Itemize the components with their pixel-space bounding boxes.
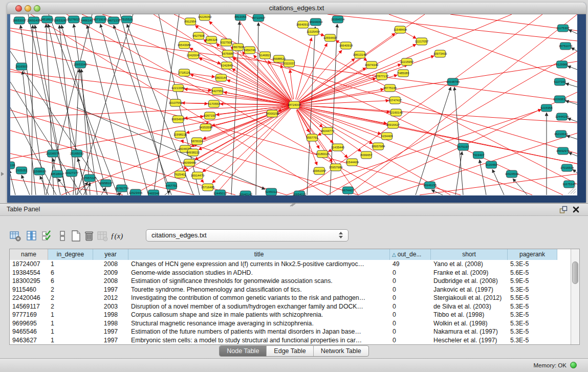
network-node[interactable]: 16782759 — [115, 185, 129, 192]
network-node[interactable]: 11325454 — [307, 28, 320, 35]
network-node[interactable]: 2616503 — [15, 63, 28, 70]
table-selector-dropdown[interactable]: citations_edges.txt — [146, 229, 349, 242]
red-edge[interactable] — [246, 14, 577, 184]
network-node[interactable]: 20691406 — [27, 17, 41, 24]
red-edge[interactable] — [299, 78, 376, 103]
column-header-title[interactable]: title — [128, 249, 390, 260]
network-node[interactable]: 8679197 — [457, 143, 469, 150]
network-node[interactable]: 10924502 — [505, 170, 519, 178]
network-node[interactable]: 19613149 — [353, 51, 367, 58]
network-window[interactable]: citations_edges.txt 18724007183002958912… — [7, 3, 586, 203]
network-node[interactable]: 14353594 — [199, 124, 213, 131]
network-node[interactable]: 16653007 — [13, 17, 27, 24]
red-edge[interactable] — [212, 109, 290, 183]
network-node[interactable]: 16099489 — [183, 159, 197, 166]
network-node[interactable]: 9245012 — [265, 188, 277, 195]
network-node[interactable]: 11544409 — [345, 159, 359, 166]
network-node[interactable]: 9267150 — [204, 112, 216, 119]
network-node[interactable]: 16640910 — [296, 21, 310, 28]
red-edge[interactable] — [294, 105, 532, 195]
network-node[interactable]: 15692971 — [556, 147, 570, 155]
network-node[interactable]: 17877137 — [375, 73, 389, 80]
black-edge[interactable] — [568, 66, 577, 70]
black-edge[interactable] — [492, 169, 504, 195]
network-node[interactable]: 11568693 — [33, 168, 47, 175]
column-header-short[interactable]: short — [431, 249, 508, 260]
network-node[interactable]: 14518407 — [51, 170, 64, 178]
network-node[interactable]: 19384554 — [331, 16, 345, 23]
network-node[interactable]: 9457791 — [165, 182, 178, 189]
network-node[interactable]: 9242845 — [221, 62, 233, 69]
network-node[interactable]: 9215958 — [540, 104, 553, 112]
network-node[interactable]: 9465546 — [147, 190, 160, 195]
red-edge[interactable] — [82, 14, 294, 105]
network-node[interactable]: 10940142 — [239, 191, 253, 195]
network-node[interactable]: 12923446 — [129, 189, 143, 195]
red-edge[interactable] — [299, 58, 355, 101]
network-node[interactable]: 12093832 — [553, 96, 567, 103]
table-row[interactable]: 977716911998Corpus callosum shape and si… — [10, 311, 571, 319]
window-resize-grip[interactable] — [566, 184, 576, 194]
red-edge[interactable] — [364, 58, 367, 61]
select-rows-icon[interactable] — [41, 230, 53, 242]
network-node[interactable]: 8322037 — [283, 60, 295, 67]
black-edge[interactable] — [573, 169, 577, 173]
network-node[interactable]: 8454749 — [244, 47, 256, 54]
network-node[interactable]: 9170553 — [208, 100, 220, 107]
network-node[interactable]: 13427377 — [65, 169, 79, 177]
network-node[interactable]: 10654935 — [171, 116, 185, 123]
network-node[interactable]: 2867608 — [232, 43, 244, 51]
network-node[interactable]: 9095138 — [10, 162, 15, 169]
table-row[interactable]: 2242004622012Investigating the contribut… — [10, 294, 571, 302]
network-node[interactable]: 8813054 — [234, 14, 247, 20]
network-node[interactable]: 9227343 — [554, 78, 566, 85]
row-height-icon[interactable] — [56, 230, 69, 242]
red-edge[interactable] — [201, 180, 204, 183]
network-node[interactable]: 12554407 — [323, 34, 337, 41]
network-node[interactable]: 15957984 — [329, 164, 343, 171]
column-header-pagerank[interactable]: pagerank — [508, 249, 557, 260]
network-node[interactable]: 9116460 — [486, 161, 498, 168]
network-node[interactable]: 9627508 — [192, 32, 205, 39]
red-edge[interactable] — [299, 64, 401, 103]
network-node[interactable]: 10653287 — [54, 17, 68, 24]
network-node[interactable]: 10719195 — [94, 16, 107, 23]
network-node[interactable]: 15722407 — [252, 14, 266, 21]
network-node[interactable]: 12215957 — [400, 58, 414, 65]
table-row[interactable]: 1938455462009Genome-wide association stu… — [10, 269, 571, 277]
close-panel-icon[interactable] — [572, 206, 580, 213]
black-edge[interactable] — [454, 87, 463, 195]
red-edge[interactable] — [10, 90, 358, 195]
network-node[interactable]: 2718126 — [178, 69, 190, 76]
network-node[interactable]: 11435445 — [331, 144, 345, 151]
network-window-titlebar[interactable]: citations_edges.txt — [7, 3, 586, 14]
network-node[interactable]: 12213383 — [171, 84, 185, 92]
red-edge[interactable] — [328, 51, 577, 195]
black-edge[interactable] — [567, 136, 577, 139]
network-node[interactable]: 17957225 — [83, 174, 97, 182]
black-edge[interactable] — [256, 23, 258, 195]
import-table-icon[interactable] — [96, 230, 108, 242]
select-column-icon[interactable] — [26, 230, 38, 242]
table-row[interactable]: 969969511998Structural magnetic resonanc… — [10, 319, 571, 328]
black-edge[interactable] — [568, 118, 577, 122]
network-node[interactable]: 6466140 — [81, 17, 93, 24]
network-node[interactable]: 7515526 — [121, 16, 133, 23]
network-node[interactable]: 13180021 — [316, 150, 330, 158]
black-edge[interactable] — [21, 175, 30, 195]
network-canvas[interactable]: 1872400718300295891295414226063962750816… — [10, 14, 577, 195]
red-edge[interactable] — [405, 32, 417, 38]
column-header-year[interactable]: year — [93, 249, 128, 260]
table-row[interactable]: 946362711997Embryonic stem cells: a mode… — [10, 336, 571, 345]
network-node[interactable]: 8912954 — [184, 18, 197, 25]
network-node[interactable]: 12445012 — [213, 190, 227, 195]
red-edge[interactable] — [184, 116, 204, 118]
network-node[interactable]: 8186328 — [205, 36, 217, 43]
black-edge[interactable] — [565, 83, 577, 87]
network-node[interactable]: 20953346 — [74, 61, 88, 68]
network-node[interactable]: 20206576 — [46, 150, 60, 157]
network-node[interactable]: 11548408 — [394, 26, 407, 33]
network-node[interactable]: 16210643 — [554, 130, 568, 138]
black-edge[interactable] — [114, 25, 171, 195]
column-header-out_de[interactable]: △out_de... — [390, 249, 431, 260]
